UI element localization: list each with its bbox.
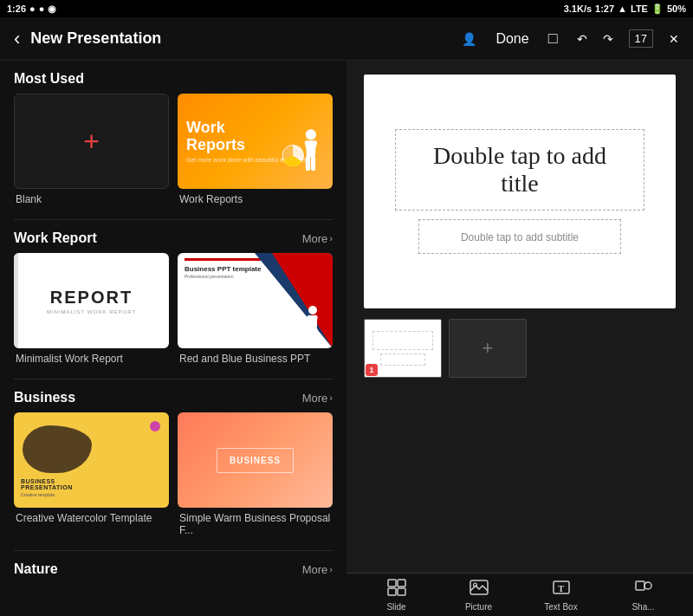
min-report-text: REPORT bbox=[50, 288, 133, 308]
nature-more[interactable]: More › bbox=[302, 563, 333, 576]
business-more[interactable]: More › bbox=[302, 392, 333, 405]
redblue-label: Red and Blue Business PPT bbox=[178, 353, 333, 365]
wifi-icon2: ◉ bbox=[48, 3, 56, 15]
template-minimalist[interactable]: REPORT MINIMALIST WORK REPORT Minimalist… bbox=[14, 253, 169, 365]
wifi-icon: ● bbox=[39, 3, 45, 14]
blank-label: Blank bbox=[14, 193, 169, 205]
slide-thumb-1[interactable]: 1 bbox=[364, 319, 442, 378]
more-chevron-icon: › bbox=[329, 233, 333, 243]
svg-rect-13 bbox=[388, 580, 396, 587]
nature-more-label: More bbox=[302, 563, 328, 576]
warm-thumb: BUSINESS bbox=[178, 412, 333, 508]
minimalist-thumb: REPORT MINIMALIST WORK REPORT bbox=[14, 253, 169, 348]
undo-button[interactable]: ↶ bbox=[573, 29, 591, 49]
add-slide-button[interactable]: + bbox=[449, 319, 527, 378]
svg-point-7 bbox=[308, 306, 317, 314]
svg-rect-4 bbox=[306, 156, 310, 171]
slide-label: Slide bbox=[386, 602, 405, 612]
toolbar-shapes[interactable]: Sha... bbox=[622, 579, 665, 612]
template-panel: Most Used + Blank WorkReports Get more w… bbox=[0, 61, 346, 616]
blank-thumb: + bbox=[14, 94, 169, 189]
toolbar-textbox[interactable]: T Text Box bbox=[540, 579, 583, 612]
plus-icon: + bbox=[83, 126, 100, 158]
warm-inner: BUSINESS bbox=[217, 448, 294, 473]
svg-rect-16 bbox=[398, 588, 405, 595]
business-grid: BUSINESSPRESENTATION Creative template C… bbox=[0, 412, 346, 550]
slide-title-box[interactable]: Double tap to add title bbox=[395, 129, 644, 211]
section-most-used: Most Used bbox=[0, 61, 346, 94]
slide-subtitle-text: Double tap to add subtitle bbox=[461, 231, 579, 243]
time-left: 1:26 bbox=[7, 3, 26, 14]
template-redblue[interactable]: Business PPT template Professional prese… bbox=[178, 253, 333, 365]
person-icon[interactable]: 👤 bbox=[458, 29, 480, 49]
wc-dot bbox=[150, 421, 160, 431]
slide-subtitle-box[interactable]: Double tap to add subtitle bbox=[418, 219, 621, 254]
bottom-toolbar: Slide Picture T Text Box Sha... bbox=[346, 573, 693, 616]
svg-point-22 bbox=[644, 582, 651, 589]
speed-indicator: 3.1K/s bbox=[564, 3, 592, 14]
business-more-label: More bbox=[302, 392, 328, 405]
svg-rect-21 bbox=[636, 581, 644, 590]
wc-brush bbox=[23, 425, 92, 473]
most-used-grid: + Blank WorkReports Get more work done w… bbox=[0, 94, 346, 219]
rb-figure bbox=[298, 304, 328, 344]
signal-dot: ● bbox=[29, 3, 36, 14]
section-business: Business More › bbox=[0, 379, 346, 412]
template-warm[interactable]: BUSINESS Simple Warm Business Proposal F… bbox=[178, 412, 333, 536]
svg-rect-15 bbox=[388, 588, 396, 595]
nature-more-chevron: › bbox=[329, 564, 333, 574]
picture-label: Picture bbox=[465, 602, 492, 612]
slide-num-badge: 1 bbox=[366, 364, 378, 376]
picture-icon bbox=[470, 579, 489, 600]
wc-title: BUSINESSPRESENTATION bbox=[21, 478, 73, 490]
svg-point-0 bbox=[306, 129, 316, 139]
work-report-more[interactable]: More › bbox=[302, 232, 333, 245]
min-accent bbox=[14, 253, 18, 348]
work-report-more-label: More bbox=[302, 232, 328, 245]
header-title: New Presentation bbox=[30, 29, 451, 48]
svg-rect-11 bbox=[308, 328, 313, 341]
status-bar: 1:26 ● ● ◉ 3.1K/s 1:27 ▲ LTE 🔋 50% bbox=[0, 0, 693, 17]
redblue-thumb: Business PPT template Professional prese… bbox=[178, 253, 333, 348]
save-icon[interactable]: □ bbox=[545, 26, 561, 51]
signal-icon: ▲ bbox=[618, 3, 627, 14]
redo-button[interactable]: ↷ bbox=[599, 29, 617, 49]
minimalist-label: Minimalist Work Report bbox=[14, 353, 169, 365]
section-work-report: Work Report More › bbox=[0, 220, 346, 253]
template-watercolor[interactable]: BUSINESSPRESENTATION Creative template C… bbox=[14, 412, 169, 536]
status-left: 1:26 ● ● ◉ bbox=[7, 3, 56, 15]
slide-preview[interactable]: Double tap to add title Double tap to ad… bbox=[364, 75, 676, 308]
template-blank[interactable]: + Blank bbox=[14, 94, 169, 205]
template-work-reports[interactable]: WorkReports Get more work done with beau… bbox=[178, 94, 333, 205]
close-button[interactable]: ✕ bbox=[665, 29, 683, 49]
work-reports-label: Work Reports bbox=[178, 193, 333, 205]
shapes-icon bbox=[634, 579, 653, 600]
status-right: 3.1K/s 1:27 ▲ LTE 🔋 50% bbox=[564, 3, 686, 15]
textbox-icon: T bbox=[552, 579, 571, 600]
svg-rect-14 bbox=[398, 580, 405, 587]
section-title-nature: Nature bbox=[14, 561, 58, 577]
main-layout: Most Used + Blank WorkReports Get more w… bbox=[0, 61, 693, 616]
shapes-label: Sha... bbox=[631, 602, 654, 612]
back-button[interactable]: ‹ bbox=[10, 24, 23, 54]
slide-title-text: Double tap to add title bbox=[433, 142, 606, 197]
textbox-label: Text Box bbox=[544, 602, 577, 612]
slide-panel: Double tap to add title Double tap to ad… bbox=[346, 61, 693, 616]
battery-pct: 50% bbox=[667, 3, 686, 14]
business-more-chevron: › bbox=[329, 392, 333, 403]
section-nature: Nature More › bbox=[0, 551, 346, 584]
header: ‹ New Presentation 👤 Done □ ↶ ↷ 17 ✕ bbox=[0, 17, 693, 61]
done-button[interactable]: Done bbox=[492, 28, 532, 50]
svg-rect-5 bbox=[311, 156, 315, 171]
slide-thumbnails: 1 + bbox=[364, 319, 676, 378]
wc-subtitle: Creative template bbox=[21, 492, 55, 497]
time-right: 1:27 bbox=[595, 3, 614, 14]
toolbar-picture[interactable]: Picture bbox=[457, 579, 501, 612]
svg-text:T: T bbox=[558, 583, 565, 593]
section-title-most-used: Most Used bbox=[14, 71, 84, 87]
undo-redo-group: ↶ ↷ bbox=[573, 29, 617, 49]
toolbar-slide[interactable]: Slide bbox=[375, 579, 418, 612]
section-title-business: Business bbox=[14, 390, 75, 405]
slide-count-button[interactable]: 17 bbox=[629, 29, 653, 48]
svg-rect-12 bbox=[314, 328, 318, 341]
